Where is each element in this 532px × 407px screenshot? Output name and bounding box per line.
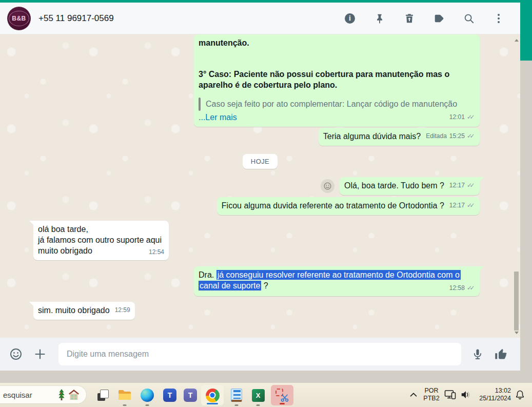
message-text: olá boa tarde, [38, 224, 162, 235]
delete-chat-icon[interactable] [403, 12, 416, 25]
quote-bar [199, 98, 201, 111]
incoming-message[interactable]: sim. muito obrigado 12:59 [33, 302, 135, 320]
teams-button[interactable]: T [161, 387, 179, 403]
thumbs-up-icon[interactable] [494, 347, 508, 361]
message-meta: 12:17 ✓✓ [449, 200, 475, 211]
info-icon[interactable] [344, 12, 356, 25]
scroll-down-icon[interactable] [515, 332, 519, 334]
message-text: ? [261, 281, 268, 290]
message-row: olá boa tarde, já falamos com outro supo… [0, 221, 520, 260]
message-row: Olá, boa tarde. Tudo bem ? 12:17 ✓✓ [0, 177, 520, 195]
timestamp: 12:54 [149, 247, 164, 258]
volume-icon[interactable] [460, 390, 471, 400]
snipping-tool-icon [275, 389, 289, 402]
message-text: 3° Caso: Paciente não possui cobertura p… [199, 69, 475, 90]
message-text: manutenção. [199, 37, 475, 48]
chat-area: manutenção. 3° Caso: Paciente não possui… [0, 34, 520, 338]
microphone-icon[interactable] [471, 348, 484, 360]
teams-classic-icon: T [184, 389, 197, 402]
double-check-icon: ✓✓ [467, 180, 475, 191]
pin-icon[interactable] [373, 12, 386, 25]
double-check-icon: ✓✓ [467, 283, 475, 294]
message-meta: 12:17 ✓✓ [449, 180, 475, 191]
edited-label: Editada [426, 131, 447, 142]
tray-clock[interactable]: 13:02 25/11/2024 [474, 387, 511, 402]
folder-icon [118, 390, 131, 401]
active-app-indicator [280, 403, 285, 404]
notifications-bell-icon[interactable] [515, 389, 525, 400]
message-text: Dra. [199, 270, 216, 279]
outgoing-message[interactable]: Olá, boa tarde. Tudo bem ? 12:17 ✓✓ [340, 177, 480, 195]
search-icon[interactable] [463, 12, 475, 25]
date-pill: HOJE [243, 154, 278, 169]
contact-phone[interactable]: +55 11 96917-0569 [38, 13, 114, 24]
notepad-icon [231, 389, 242, 402]
christmas-tree-icon [56, 389, 67, 401]
emoji-picker-icon[interactable] [9, 347, 23, 361]
scroll-up-icon[interactable] [515, 39, 519, 42]
scrollbar-thumb[interactable] [514, 272, 519, 331]
tray-chevron-up-icon[interactable] [409, 391, 418, 399]
window-accent-bar [0, 0, 520, 3]
timestamp: 15:25 [449, 131, 465, 142]
excel-icon: X [252, 389, 265, 402]
teams-icon: T [163, 389, 176, 402]
message-meta: 12:58 ✓✓ [449, 283, 475, 294]
date-divider: HOJE [0, 154, 520, 169]
active-app-indicator [207, 403, 218, 404]
timestamp: 12:59 [115, 305, 130, 316]
read-more-link[interactable]: ...Ler mais [199, 112, 237, 123]
outgoing-message[interactable]: Teria alguma dúvida mais? Editada 15:25 … [319, 128, 480, 146]
timestamp: 12:58 [449, 283, 465, 294]
edge-button[interactable] [139, 387, 156, 403]
message-row: Teria alguma dúvida mais? Editada 15:25 … [0, 128, 520, 146]
timestamp: 12:17 [449, 180, 465, 191]
message-text: Ficou alguma duvida referente ao tratame… [222, 200, 444, 211]
message-meta: Editada 15:25 ✓✓ [426, 131, 475, 142]
task-view-button[interactable] [94, 387, 112, 403]
task-view-icon [97, 390, 109, 401]
network-device-icon[interactable] [444, 389, 457, 401]
incoming-message[interactable]: olá boa tarde, já falamos com outro supo… [33, 221, 169, 260]
timestamp: 12:17 [449, 200, 465, 211]
file-explorer-button[interactable] [116, 387, 133, 403]
message-text: já falamos com outro suporte aqui [38, 235, 162, 245]
double-check-icon: ✓✓ [467, 131, 475, 142]
timestamp: 12:01 [449, 112, 465, 123]
excel-button[interactable]: X [249, 387, 267, 403]
message-row: Ficou alguma duvida referente ao tratame… [0, 197, 520, 215]
snipping-tool-button-active[interactable] [271, 385, 293, 405]
message-text: muito obrigado [38, 245, 162, 256]
outgoing-message[interactable]: manutenção. 3° Caso: Paciente não possui… [194, 34, 480, 127]
attach-plus-icon[interactable] [34, 348, 46, 360]
message-row: Dra. já conseguiu resolver referente ao … [0, 266, 520, 296]
selected-text: já conseguiu resolver referente ao trata… [199, 270, 461, 290]
avatar-monogram: B&B [9, 11, 29, 26]
teams-classic-button[interactable]: T [182, 387, 199, 403]
outgoing-message[interactable]: Ficou alguma duvida referente ao tratame… [217, 197, 480, 215]
outgoing-message[interactable]: Dra. já conseguiu resolver referente ao … [194, 266, 480, 296]
windows-taskbar: esquisar T T X [0, 383, 532, 407]
edge-icon [141, 389, 154, 402]
notepad-button[interactable] [228, 387, 245, 403]
message-text: Teria alguma dúvida mais? [323, 131, 421, 142]
taskbar-search[interactable]: esquisar [0, 386, 86, 403]
chat-header: B&B +55 11 96917-0569 [0, 3, 520, 34]
taskbar-search-text: esquisar [3, 391, 32, 399]
chrome-button-active[interactable] [201, 385, 224, 405]
message-text: Olá, boa tarde. Tudo bem ? [344, 180, 444, 191]
quoted-text: Caso seja feito por ato complementar: La… [199, 98, 475, 111]
message-input[interactable] [58, 343, 461, 365]
avatar[interactable]: B&B [7, 7, 31, 30]
language-indicator[interactable]: POR PTB2 [420, 387, 443, 402]
tray-date: 25/11/2024 [474, 395, 511, 402]
background-window-strip [520, 0, 532, 61]
whatsapp-window: B&B +55 11 96917-0569 [0, 0, 520, 371]
label-icon[interactable] [433, 12, 445, 25]
double-check-icon: ✓✓ [467, 112, 475, 123]
react-emoji-icon[interactable] [321, 179, 334, 193]
menu-kebab-icon[interactable] [492, 12, 505, 25]
composer-bar [0, 338, 520, 371]
chat-scrollbar[interactable] [514, 34, 520, 338]
double-check-icon: ✓✓ [467, 200, 475, 211]
